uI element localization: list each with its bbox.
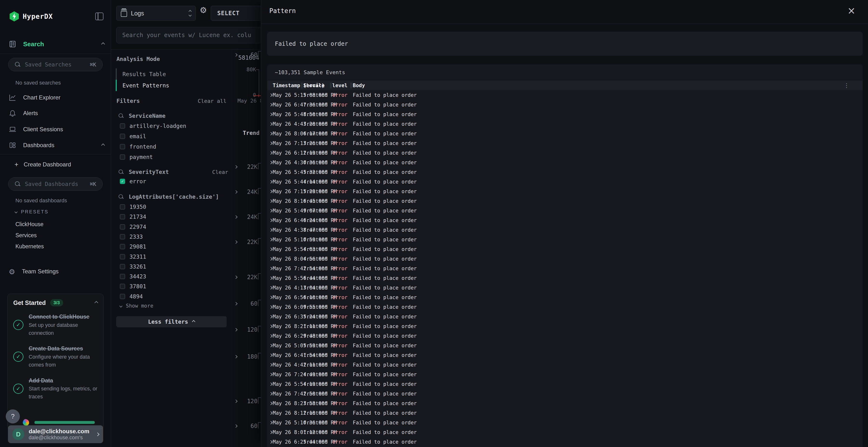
expand-row-chevron-icon[interactable] <box>269 228 273 232</box>
expand-row-chevron-icon[interactable] <box>269 334 273 338</box>
table-row[interactable]: May 26 5:54:19.000 PM frontend error Fai… <box>267 379 863 389</box>
table-row[interactable]: May 26 5:10:59.000 PM frontend error Fai… <box>267 235 863 244</box>
table-row[interactable]: May 26 6:12:19.000 PM frontend error Fai… <box>267 148 863 158</box>
table-row[interactable]: May 26 5:44:14.000 PM frontend error Fai… <box>267 177 863 187</box>
pattern-row[interactable]: 120 <box>232 396 261 407</box>
column-header-service[interactable]: Service <box>303 81 325 90</box>
table-row[interactable]: May 26 6:46:24.000 PM frontend error Fai… <box>267 215 863 225</box>
expand-row-chevron-icon[interactable] <box>269 296 273 299</box>
pattern-row[interactable]: 22K <box>232 237 261 247</box>
table-row[interactable]: May 26 8:23:58.000 PM frontend error Fai… <box>267 399 863 408</box>
checkbox[interactable] <box>120 144 125 149</box>
expand-row-chevron-icon[interactable] <box>269 363 273 367</box>
pattern-row[interactable]: 180 <box>232 351 261 362</box>
expand-row-chevron-icon[interactable] <box>269 421 273 424</box>
table-row[interactable]: May 26 6:56:10.000 PM frontend error Fai… <box>267 293 863 302</box>
table-row[interactable]: May 26 5:10:36.000 PM frontend error Fai… <box>267 418 863 427</box>
column-header-level[interactable]: level <box>332 81 347 90</box>
mode-event-patterns[interactable]: Event Patterns <box>116 80 169 91</box>
filter-option[interactable]: 34423 <box>120 272 146 281</box>
select-columns-button[interactable]: SELECT <box>211 6 261 21</box>
table-row[interactable]: May 26 8:16:45.000 PM frontend error Fai… <box>267 196 863 206</box>
expand-row-chevron-icon[interactable] <box>269 209 273 212</box>
get-started-item[interactable]: ✓ Add Data Start sending logs, metrics, … <box>13 376 98 401</box>
expand-row-chevron-icon[interactable] <box>269 411 273 415</box>
get-started-item[interactable]: ✓ Create Data Sources Configure where yo… <box>13 344 98 369</box>
expand-row-chevron-icon[interactable] <box>269 440 273 444</box>
filter-option[interactable]: payment <box>120 153 153 161</box>
table-row[interactable]: May 26 8:21:11.000 PM frontend error Fai… <box>267 321 863 331</box>
column-resize-handle[interactable] <box>330 83 332 88</box>
checkbox[interactable] <box>120 284 125 289</box>
create-dashboard-button[interactable]: + Create Dashboard <box>14 160 104 169</box>
filter-option[interactable]: 32311 <box>120 253 146 261</box>
presets-toggle[interactable]: PRESETS <box>15 209 49 215</box>
filter-option[interactable]: 2333 <box>120 233 143 241</box>
table-row[interactable]: May 26 6:25:44.000 PM frontend error Fai… <box>267 437 863 447</box>
expand-row-chevron-icon[interactable] <box>269 180 273 183</box>
filter-option[interactable]: frontend <box>120 143 156 151</box>
expand-row-chevron-icon[interactable] <box>269 257 273 261</box>
checkbox[interactable] <box>120 123 125 129</box>
table-row[interactable]: May 26 5:56:44.000 PM frontend error Fai… <box>267 273 863 283</box>
checkbox[interactable] <box>120 204 125 209</box>
show-more-link[interactable]: Show more <box>120 303 153 309</box>
expand-row-chevron-icon[interactable] <box>269 142 273 145</box>
sidebar-item-dashboards[interactable]: Dashboards <box>9 140 104 150</box>
checkbox[interactable] <box>120 274 125 279</box>
expand-row-chevron-icon[interactable] <box>269 171 273 174</box>
saved-searches-field[interactable] <box>25 61 90 68</box>
filter-option-error[interactable]: ✓ error <box>120 177 146 185</box>
filter-option[interactable]: 37801 <box>120 282 146 290</box>
expand-row-chevron-icon[interactable] <box>269 276 273 280</box>
table-row[interactable]: May 26 8:12:10.000 PM frontend error Fai… <box>267 408 863 418</box>
filter-option[interactable]: 4894 <box>120 293 143 301</box>
filter-option[interactable]: 29081 <box>120 243 146 251</box>
expand-row-chevron-icon[interactable] <box>269 325 273 328</box>
chevron-up-icon[interactable] <box>101 42 105 46</box>
saved-dashboards-input[interactable]: ⌘K <box>8 177 103 191</box>
table-row[interactable]: May 26 8:06:17.000 PM frontend error Fai… <box>267 129 863 138</box>
table-row[interactable]: May 26 4:38:47.000 PM frontend error Fai… <box>267 225 863 235</box>
pattern-row[interactable]: 60 <box>232 49 261 60</box>
chevron-up-icon[interactable] <box>94 301 98 305</box>
expand-row-chevron-icon[interactable] <box>269 238 273 241</box>
expand-row-chevron-icon[interactable] <box>269 267 273 270</box>
table-row[interactable]: May 26 4:13:04.000 PM frontend error Fai… <box>267 283 863 293</box>
expand-row-chevron-icon[interactable] <box>269 94 273 97</box>
column-resize-handle[interactable] <box>350 83 352 88</box>
close-icon[interactable]: × <box>847 6 856 15</box>
pattern-row[interactable]: 22K <box>232 162 261 172</box>
table-row[interactable]: May 26 5:05:59.000 PM frontend error Fai… <box>267 341 863 350</box>
expand-row-chevron-icon[interactable] <box>269 305 273 309</box>
table-row[interactable]: May 26 6:47:36.000 PM frontend error Fai… <box>267 100 863 110</box>
checkbox[interactable] <box>120 154 125 160</box>
mode-results-table[interactable]: Results Table <box>116 68 166 80</box>
table-row[interactable]: May 26 5:45:32.000 PM frontend error Fai… <box>267 167 863 177</box>
expand-row-chevron-icon[interactable] <box>269 286 273 289</box>
expand-row-chevron-icon[interactable] <box>269 392 273 396</box>
table-row[interactable]: May 26 8:04:56.000 PM frontend error Fai… <box>267 254 863 264</box>
filter-option[interactable]: 33261 <box>120 263 146 271</box>
event-search-field[interactable] <box>122 32 261 38</box>
sidebar-item-team-settings[interactable]: ⚙ Team Settings <box>9 267 104 276</box>
table-row[interactable]: May 26 8:01:12.000 PM frontend error Fai… <box>267 427 863 437</box>
filter-option[interactable]: 21734 <box>120 213 146 221</box>
table-row[interactable]: May 26 7:13:26.000 PM frontend error Fai… <box>267 138 863 148</box>
column-header-body[interactable]: Body <box>353 81 365 90</box>
source-settings-gear-icon[interactable]: ⚙ <box>199 5 207 15</box>
pattern-row[interactable]: 120 <box>232 324 261 335</box>
checkbox[interactable] <box>120 294 125 299</box>
pattern-row[interactable]: 60 <box>232 299 261 309</box>
checkbox[interactable] <box>120 234 125 239</box>
checkbox-checked[interactable]: ✓ <box>120 179 125 184</box>
table-row[interactable]: May 26 4:42:11.000 PM frontend error Fai… <box>267 360 863 370</box>
get-started-item[interactable]: ✓ Connect to ClickHouse Set up your data… <box>13 313 98 337</box>
expand-row-chevron-icon[interactable] <box>269 353 273 357</box>
expand-row-chevron-icon[interactable] <box>269 382 273 386</box>
checkbox[interactable] <box>120 214 125 219</box>
clear-severity-link[interactable]: Clear <box>212 169 228 175</box>
preset-item[interactable]: Services <box>16 232 37 239</box>
table-row[interactable]: May 26 5:15:08.000 PM frontend error Fai… <box>267 90 863 100</box>
help-button[interactable]: ? <box>6 409 20 423</box>
